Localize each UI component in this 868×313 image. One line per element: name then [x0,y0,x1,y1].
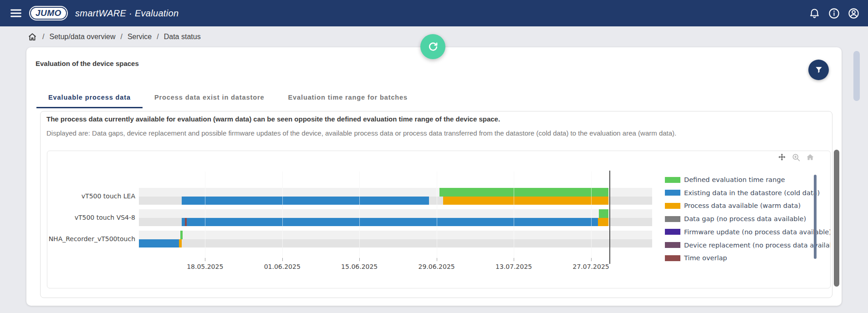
legend-swatch-firmware [665,229,680,235]
legend-label: Defined evaluation time range [684,176,785,183]
legend-scrollbar[interactable] [814,175,817,259]
refresh-icon [427,41,439,53]
legend-label: Process data available (warm data) [684,202,801,209]
device-spaces-card: Evaluation of the device spaces Evaluabl… [26,47,842,306]
filter-funnel-icon [814,66,823,75]
legend-item-replacement[interactable]: Device replacement (no process data avai… [665,242,831,249]
breadcrumb-item-data-status[interactable]: Data status [164,33,201,41]
breadcrumb-item-setup-data-overview[interactable]: Setup/data overview [49,33,115,41]
description-line-2: Displayed are: Data gaps, device replace… [46,129,676,137]
breadcrumb-separator: / [120,33,122,41]
panel-vertical-scrollbar[interactable] [834,150,839,287]
tab-bar: Evaluable process data Process data exis… [36,87,419,108]
breadcrumb-item-service[interactable]: Service [128,33,152,41]
legend-item-cold[interactable]: Existing data in the datastore (cold dat… [665,189,820,197]
legend-label: Existing data in the datastore (cold dat… [684,189,820,197]
legend-swatch-cold [665,190,680,196]
legend-label: Data gap (no process data available) [684,215,806,222]
menu-icon[interactable] [9,6,23,20]
legend-item-warm[interactable]: Process data available (warm data) [665,202,801,209]
home-icon[interactable] [27,32,37,42]
app-root: JUMO smartWARE · Evaluation / Setup/data… [0,0,868,313]
jumo-logo: JUMO [30,7,67,20]
breadcrumb-separator: / [42,33,44,41]
legend-label: Firmware update (no process data availab… [684,228,831,236]
description-line-1: The process data currently available for… [46,115,500,123]
account-icon[interactable] [848,7,860,20]
legend-item-gap[interactable]: Data gap (no process data available) [665,215,806,222]
legend-swatch-replacement [665,242,680,248]
tab-process-data-exist-in-datastore[interactable]: Process data exist in datastore [143,87,276,108]
legend-label: Device replacement (no process data avai… [684,242,831,249]
page-scrollbar-thumb[interactable] [853,51,860,101]
legend-label: Time overlap [684,254,727,262]
app-title: smartWARE · Evaluation [75,8,179,19]
legend-item-overlap[interactable]: Time overlap [665,254,727,262]
tab-evaluable-process-data[interactable]: Evaluable process data [36,87,143,108]
evaluable-process-data-panel: The process data currently available for… [40,111,832,298]
legend-swatch-defined [665,177,680,183]
legend-item-firmware[interactable]: Firmware update (no process data availab… [665,228,831,236]
app-header: JUMO smartWARE · Evaluation [0,0,868,26]
tab-evaluation-time-range-for-batches[interactable]: Evaluation time range for batches [276,87,419,108]
timeline-chart: vT500 touch LEAvT500 touch VS4-8NHA_Reco… [47,151,831,288]
chart-legend: Defined evaluation time rangeExisting da… [47,151,830,288]
filter-button[interactable] [808,60,829,80]
card-title: Evaluation of the device spaces [36,60,139,67]
legend-item-defined[interactable]: Defined evaluation time range [665,176,785,183]
breadcrumb-separator: / [157,33,158,41]
notifications-bell-icon[interactable] [808,7,821,20]
info-icon[interactable] [828,7,840,20]
legend-swatch-warm [665,203,680,209]
legend-swatch-overlap [665,255,680,261]
refresh-button[interactable] [420,34,445,59]
legend-swatch-gap [665,216,680,222]
